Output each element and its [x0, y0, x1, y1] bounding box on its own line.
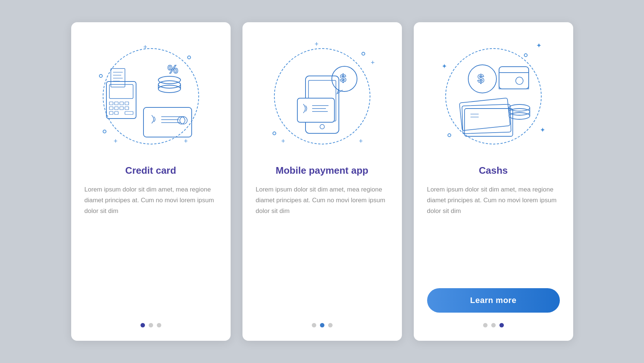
dots-cashs — [483, 323, 504, 327]
svg-rect-42 — [499, 73, 529, 89]
svg-rect-2 — [109, 102, 113, 105]
card-cashs: ✦ ✦ ✦ $ — [414, 22, 573, 341]
cashs-svg: $ — [442, 51, 545, 142]
card-title-credit: Credit card — [125, 164, 176, 177]
svg-point-19 — [158, 81, 181, 88]
svg-rect-3 — [115, 102, 118, 105]
mobile-payment-svg: $ — [272, 50, 372, 143]
card-body-mobile: Lorem ipsum dolor sit dim amet, mea regi… — [256, 184, 389, 313]
svg-rect-6 — [109, 107, 113, 110]
dots-mobile — [312, 323, 333, 327]
svg-point-43 — [516, 77, 523, 84]
svg-rect-7 — [115, 107, 118, 110]
svg-point-28 — [180, 117, 187, 124]
svg-rect-10 — [109, 111, 113, 114]
card-mobile-payment: + + + + $ — [242, 22, 402, 341]
dot-3 — [157, 323, 161, 327]
svg-point-51 — [509, 109, 530, 115]
svg-point-18 — [158, 85, 181, 93]
illustration-mobile-payment: + + + + $ — [263, 37, 382, 156]
svg-point-29 — [178, 117, 185, 124]
illustration-credit-card: + + + — [92, 37, 210, 156]
dot-2 — [149, 323, 153, 327]
dot-1 — [141, 323, 145, 327]
deco-plus-1: + — [143, 44, 148, 50]
svg-rect-4 — [120, 102, 123, 105]
svg-point-20 — [158, 76, 181, 84]
card-body-cashs: Lorem ipsum dolor sit dim amet, mea regi… — [427, 184, 560, 279]
dot-7 — [483, 323, 488, 327]
svg-point-50 — [509, 113, 530, 119]
svg-text:$: $ — [478, 72, 484, 85]
dot-6 — [328, 323, 333, 327]
cards-container: + + + — [71, 22, 573, 341]
deco-plus-4: + — [315, 41, 319, 47]
svg-point-32 — [320, 124, 324, 129]
svg-rect-8 — [120, 107, 123, 110]
deco-plus-8: ✦ — [536, 42, 542, 49]
dots-credit — [141, 323, 161, 327]
card-body-credit: Lorem ipsum dolor sit dim amet, mea regi… — [85, 184, 217, 313]
svg-rect-12 — [125, 111, 133, 114]
card-credit-card: + + + — [71, 22, 231, 341]
svg-text:$: $ — [340, 72, 346, 84]
svg-point-52 — [509, 104, 530, 111]
svg-rect-45 — [459, 98, 510, 130]
svg-rect-5 — [125, 102, 129, 105]
svg-text:%: % — [168, 63, 178, 76]
dot-8 — [491, 323, 496, 327]
svg-rect-33 — [297, 98, 334, 122]
svg-rect-41 — [499, 67, 529, 89]
learn-more-button[interactable]: Learn more — [427, 288, 560, 313]
credit-card-svg: % — [99, 52, 203, 141]
svg-rect-11 — [115, 111, 118, 114]
card-title-mobile: Mobile payment app — [276, 164, 369, 177]
dot-9 — [499, 323, 504, 327]
dot-5 — [320, 323, 324, 327]
svg-rect-1 — [109, 84, 133, 99]
card-title-cashs: Cashs — [479, 164, 508, 177]
dot-4 — [312, 323, 316, 327]
svg-rect-9 — [125, 107, 129, 110]
illustration-cashs: ✦ ✦ ✦ $ — [434, 37, 553, 156]
